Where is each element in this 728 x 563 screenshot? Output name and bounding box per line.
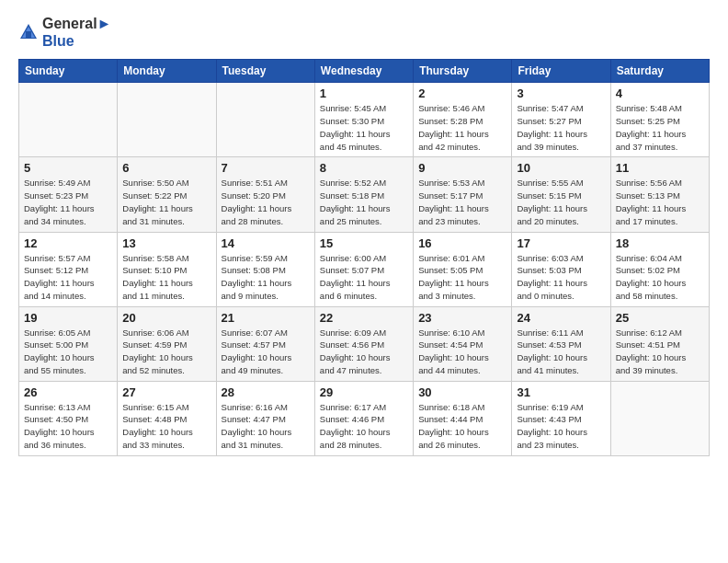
day-number: 19 — [24, 311, 112, 325]
svg-rect-2 — [26, 31, 31, 38]
table-row: 19Sunrise: 6:05 AM Sunset: 5:00 PM Dayli… — [19, 306, 118, 381]
day-number: 18 — [616, 236, 704, 250]
day-info: Sunrise: 6:18 AM Sunset: 4:44 PM Dayligh… — [418, 401, 506, 452]
day-number: 28 — [222, 385, 310, 399]
day-number: 16 — [418, 236, 506, 250]
table-row: 6Sunrise: 5:50 AM Sunset: 5:22 PM Daylig… — [118, 157, 216, 232]
table-row: 30Sunrise: 6:18 AM Sunset: 4:44 PM Dayli… — [414, 381, 512, 455]
day-info: Sunrise: 6:03 AM Sunset: 5:03 PM Dayligh… — [517, 252, 605, 303]
calendar-week-row: 12Sunrise: 5:57 AM Sunset: 5:12 PM Dayli… — [19, 232, 710, 306]
table-row: 31Sunrise: 6:19 AM Sunset: 4:43 PM Dayli… — [512, 381, 610, 455]
table-row: 15Sunrise: 6:00 AM Sunset: 5:07 PM Dayli… — [314, 232, 413, 306]
day-number: 14 — [222, 236, 310, 250]
col-saturday: Saturday — [610, 60, 709, 83]
day-number: 29 — [320, 385, 408, 399]
table-row: 24Sunrise: 6:11 AM Sunset: 4:53 PM Dayli… — [512, 306, 610, 381]
table-row: 27Sunrise: 6:15 AM Sunset: 4:48 PM Dayli… — [118, 381, 216, 455]
table-row: 11Sunrise: 5:56 AM Sunset: 5:13 PM Dayli… — [610, 157, 709, 232]
logo-text: General► Blue — [42, 15, 111, 50]
calendar-header-row: Sunday Monday Tuesday Wednesday Thursday… — [19, 60, 710, 83]
table-row: 14Sunrise: 5:59 AM Sunset: 5:08 PM Dayli… — [216, 232, 314, 306]
day-number: 15 — [320, 236, 408, 250]
calendar-week-row: 5Sunrise: 5:49 AM Sunset: 5:23 PM Daylig… — [19, 157, 710, 232]
page: General► Blue Sunday Monday Tuesday Wedn… — [0, 0, 728, 563]
day-info: Sunrise: 5:55 AM Sunset: 5:15 PM Dayligh… — [517, 177, 605, 227]
day-info: Sunrise: 5:57 AM Sunset: 5:12 PM Dayligh… — [24, 252, 112, 303]
table-row: 9Sunrise: 5:53 AM Sunset: 5:17 PM Daylig… — [414, 157, 512, 232]
day-info: Sunrise: 5:48 AM Sunset: 5:25 PM Dayligh… — [616, 102, 704, 153]
day-number: 23 — [418, 311, 506, 325]
day-info: Sunrise: 5:52 AM Sunset: 5:18 PM Dayligh… — [320, 177, 408, 227]
table-row — [216, 83, 314, 157]
day-info: Sunrise: 5:50 AM Sunset: 5:22 PM Dayligh… — [122, 177, 210, 227]
table-row: 12Sunrise: 5:57 AM Sunset: 5:12 PM Dayli… — [19, 232, 118, 306]
day-info: Sunrise: 6:06 AM Sunset: 4:59 PM Dayligh… — [122, 327, 210, 377]
table-row: 23Sunrise: 6:10 AM Sunset: 4:54 PM Dayli… — [414, 306, 512, 381]
day-number: 24 — [517, 311, 605, 325]
day-number: 3 — [517, 86, 605, 100]
day-info: Sunrise: 6:07 AM Sunset: 4:57 PM Dayligh… — [222, 327, 310, 377]
table-row — [19, 83, 118, 157]
table-row: 8Sunrise: 5:52 AM Sunset: 5:18 PM Daylig… — [314, 157, 413, 232]
day-info: Sunrise: 6:15 AM Sunset: 4:48 PM Dayligh… — [122, 401, 210, 452]
table-row: 17Sunrise: 6:03 AM Sunset: 5:03 PM Dayli… — [512, 232, 610, 306]
day-info: Sunrise: 6:10 AM Sunset: 4:54 PM Dayligh… — [418, 327, 506, 377]
day-number: 20 — [122, 311, 210, 325]
day-number: 12 — [24, 236, 112, 250]
day-info: Sunrise: 6:16 AM Sunset: 4:47 PM Dayligh… — [222, 401, 310, 452]
table-row: 28Sunrise: 6:16 AM Sunset: 4:47 PM Dayli… — [216, 381, 314, 455]
table-row: 10Sunrise: 5:55 AM Sunset: 5:15 PM Dayli… — [512, 157, 610, 232]
table-row: 7Sunrise: 5:51 AM Sunset: 5:20 PM Daylig… — [216, 157, 314, 232]
day-number: 7 — [222, 161, 310, 175]
table-row: 5Sunrise: 5:49 AM Sunset: 5:23 PM Daylig… — [19, 157, 118, 232]
day-info: Sunrise: 6:19 AM Sunset: 4:43 PM Dayligh… — [517, 401, 605, 452]
day-number: 9 — [418, 161, 506, 175]
col-friday: Friday — [512, 60, 610, 83]
day-number: 10 — [517, 161, 605, 175]
day-info: Sunrise: 5:51 AM Sunset: 5:20 PM Dayligh… — [222, 177, 310, 227]
day-info: Sunrise: 5:47 AM Sunset: 5:27 PM Dayligh… — [517, 102, 605, 153]
table-row: 1Sunrise: 5:45 AM Sunset: 5:30 PM Daylig… — [314, 83, 413, 157]
table-row: 4Sunrise: 5:48 AM Sunset: 5:25 PM Daylig… — [610, 83, 709, 157]
day-number: 6 — [122, 161, 210, 175]
day-number: 8 — [320, 161, 408, 175]
table-row — [610, 381, 709, 455]
day-number: 30 — [418, 385, 506, 399]
table-row: 3Sunrise: 5:47 AM Sunset: 5:27 PM Daylig… — [512, 83, 610, 157]
day-number: 31 — [517, 385, 605, 399]
table-row: 22Sunrise: 6:09 AM Sunset: 4:56 PM Dayli… — [314, 306, 413, 381]
day-info: Sunrise: 6:13 AM Sunset: 4:50 PM Dayligh… — [24, 401, 112, 452]
calendar-week-row: 26Sunrise: 6:13 AM Sunset: 4:50 PM Dayli… — [19, 381, 710, 455]
col-sunday: Sunday — [19, 60, 118, 83]
day-number: 1 — [320, 86, 408, 100]
day-info: Sunrise: 6:00 AM Sunset: 5:07 PM Dayligh… — [320, 252, 408, 303]
day-info: Sunrise: 5:49 AM Sunset: 5:23 PM Dayligh… — [24, 177, 112, 227]
table-row: 26Sunrise: 6:13 AM Sunset: 4:50 PM Dayli… — [19, 381, 118, 455]
table-row: 18Sunrise: 6:04 AM Sunset: 5:02 PM Dayli… — [610, 232, 709, 306]
day-info: Sunrise: 6:01 AM Sunset: 5:05 PM Dayligh… — [418, 252, 506, 303]
day-number: 27 — [122, 385, 210, 399]
calendar-table: Sunday Monday Tuesday Wednesday Thursday… — [18, 59, 710, 455]
day-number: 25 — [616, 311, 704, 325]
table-row: 2Sunrise: 5:46 AM Sunset: 5:28 PM Daylig… — [414, 83, 512, 157]
day-number: 22 — [320, 311, 408, 325]
table-row: 25Sunrise: 6:12 AM Sunset: 4:51 PM Dayli… — [610, 306, 709, 381]
day-info: Sunrise: 6:05 AM Sunset: 5:00 PM Dayligh… — [24, 327, 112, 377]
table-row: 13Sunrise: 5:58 AM Sunset: 5:10 PM Dayli… — [118, 232, 216, 306]
table-row: 29Sunrise: 6:17 AM Sunset: 4:46 PM Dayli… — [314, 381, 413, 455]
day-info: Sunrise: 6:17 AM Sunset: 4:46 PM Dayligh… — [320, 401, 408, 452]
day-info: Sunrise: 6:04 AM Sunset: 5:02 PM Dayligh… — [616, 252, 704, 303]
calendar-week-row: 1Sunrise: 5:45 AM Sunset: 5:30 PM Daylig… — [19, 83, 710, 157]
table-row: 16Sunrise: 6:01 AM Sunset: 5:05 PM Dayli… — [414, 232, 512, 306]
day-number: 17 — [517, 236, 605, 250]
day-number: 26 — [24, 385, 112, 399]
day-number: 4 — [616, 86, 704, 100]
day-number: 11 — [616, 161, 704, 175]
col-wednesday: Wednesday — [314, 60, 413, 83]
day-number: 2 — [418, 86, 506, 100]
day-number: 21 — [222, 311, 310, 325]
day-number: 13 — [122, 236, 210, 250]
col-thursday: Thursday — [414, 60, 512, 83]
logo: General► Blue — [18, 15, 111, 50]
logo-icon — [18, 22, 39, 42]
